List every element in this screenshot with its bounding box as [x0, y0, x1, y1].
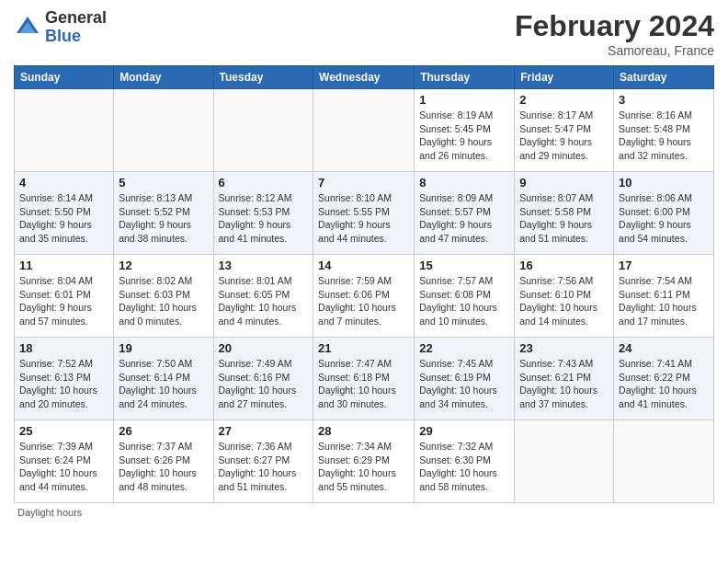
daylight-text: Daylight: 9 hours and 41 minutes.: [219, 218, 309, 245]
calendar-cell-w1-d3: [213, 89, 313, 172]
day-number: 22: [419, 341, 509, 355]
col-thursday: Thursday: [415, 66, 515, 89]
day-number: 15: [419, 259, 509, 272]
day-number: 17: [619, 259, 709, 272]
sunset-text: Sunset: 5:53 PM: [219, 205, 309, 219]
sunrise-text: Sunrise: 7:50 AM: [119, 357, 208, 371]
week-row-2: 4Sunrise: 8:14 AMSunset: 5:50 PMDaylight…: [15, 172, 714, 255]
sunrise-text: Sunrise: 8:10 AM: [318, 191, 409, 205]
day-number: 16: [519, 259, 609, 272]
day-info: Sunrise: 7:32 AMSunset: 6:30 PMDaylight:…: [419, 440, 509, 494]
calendar-cell-w5-d3: 27Sunrise: 7:36 AMSunset: 6:27 PMDayligh…: [213, 420, 313, 503]
sunrise-text: Sunrise: 7:54 AM: [619, 274, 709, 288]
col-wednesday: Wednesday: [313, 66, 415, 89]
sunset-text: Sunset: 6:06 PM: [318, 288, 409, 302]
col-tuesday: Tuesday: [213, 66, 313, 89]
day-info: Sunrise: 7:49 AMSunset: 6:16 PMDaylight:…: [219, 357, 309, 411]
header: General Blue February 2024 Samoreau, Fra…: [14, 9, 714, 58]
calendar-cell-w2-d5: 8Sunrise: 8:09 AMSunset: 5:57 PMDaylight…: [415, 172, 515, 255]
daylight-text: Daylight: 10 hours and 20 minutes.: [19, 384, 108, 410]
day-number: 27: [219, 424, 309, 438]
daylight-text: Daylight: 9 hours and 26 minutes.: [419, 135, 509, 162]
day-number: 14: [318, 259, 409, 272]
day-info: Sunrise: 8:10 AMSunset: 5:55 PMDaylight:…: [318, 191, 409, 246]
sunrise-text: Sunrise: 7:43 AM: [519, 357, 609, 371]
calendar-cell-w1-d6: 2Sunrise: 8:17 AMSunset: 5:47 PMDaylight…: [515, 89, 614, 172]
calendar-cell-w4-d4: 21Sunrise: 7:47 AMSunset: 6:18 PMDayligh…: [313, 338, 415, 420]
calendar-cell-w3-d6: 16Sunrise: 7:56 AMSunset: 6:10 PMDayligh…: [515, 255, 614, 338]
day-number: 3: [619, 93, 709, 107]
sunrise-text: Sunrise: 7:47 AM: [318, 357, 409, 371]
page: General Blue February 2024 Samoreau, Fra…: [0, 0, 728, 563]
day-info: Sunrise: 7:56 AMSunset: 6:10 PMDaylight:…: [519, 274, 609, 328]
calendar-cell-w5-d6: [515, 420, 614, 503]
day-number: 7: [318, 176, 409, 190]
day-info: Sunrise: 7:37 AMSunset: 6:26 PMDaylight:…: [119, 440, 208, 494]
day-number: 10: [619, 176, 709, 190]
sunrise-text: Sunrise: 8:06 AM: [619, 191, 709, 205]
daylight-text: Daylight: 9 hours and 35 minutes.: [19, 218, 108, 245]
calendar-cell-w4-d6: 23Sunrise: 7:43 AMSunset: 6:21 PMDayligh…: [515, 338, 614, 420]
daylight-text: Daylight: 10 hours and 44 minutes.: [19, 466, 108, 493]
day-number: 20: [219, 341, 309, 355]
sunrise-text: Sunrise: 7:45 AM: [419, 357, 509, 371]
sunset-text: Sunset: 5:47 PM: [519, 122, 609, 136]
daylight-text: Daylight: 9 hours and 54 minutes.: [619, 218, 709, 245]
day-info: Sunrise: 7:36 AMSunset: 6:27 PMDaylight:…: [219, 440, 309, 494]
day-info: Sunrise: 8:19 AMSunset: 5:45 PMDaylight:…: [419, 109, 509, 163]
sunset-text: Sunset: 6:26 PM: [119, 454, 208, 467]
day-info: Sunrise: 7:57 AMSunset: 6:08 PMDaylight:…: [419, 274, 509, 328]
sunrise-text: Sunrise: 8:19 AM: [419, 109, 509, 122]
calendar-cell-w4-d3: 20Sunrise: 7:49 AMSunset: 6:16 PMDayligh…: [213, 338, 313, 420]
calendar-cell-w3-d2: 12Sunrise: 8:02 AMSunset: 6:03 PMDayligh…: [114, 255, 213, 338]
calendar-cell-w1-d1: [15, 89, 114, 172]
day-info: Sunrise: 8:07 AMSunset: 5:58 PMDaylight:…: [519, 191, 609, 246]
day-info: Sunrise: 8:16 AMSunset: 5:48 PMDaylight:…: [619, 109, 709, 163]
day-number: 4: [19, 176, 108, 190]
sunset-text: Sunset: 6:27 PM: [219, 454, 309, 467]
sunrise-text: Sunrise: 8:12 AM: [219, 191, 309, 205]
day-info: Sunrise: 8:04 AMSunset: 6:01 PMDaylight:…: [19, 274, 108, 328]
daylight-text: Daylight: 9 hours and 51 minutes.: [519, 218, 609, 245]
week-row-4: 18Sunrise: 7:52 AMSunset: 6:13 PMDayligh…: [15, 338, 714, 420]
day-number: 19: [119, 341, 208, 355]
day-info: Sunrise: 8:12 AMSunset: 5:53 PMDaylight:…: [219, 191, 309, 246]
calendar-cell-w1-d4: [313, 89, 415, 172]
week-row-3: 11Sunrise: 8:04 AMSunset: 6:01 PMDayligh…: [15, 255, 714, 338]
day-info: Sunrise: 7:52 AMSunset: 6:13 PMDaylight:…: [19, 357, 108, 411]
sunrise-text: Sunrise: 7:36 AM: [219, 440, 309, 454]
col-sunday: Sunday: [15, 66, 114, 89]
day-info: Sunrise: 7:39 AMSunset: 6:24 PMDaylight:…: [19, 440, 108, 494]
day-info: Sunrise: 8:01 AMSunset: 6:05 PMDaylight:…: [219, 274, 309, 328]
calendar-cell-w1-d7: 3Sunrise: 8:16 AMSunset: 5:48 PMDaylight…: [614, 89, 714, 172]
sunset-text: Sunset: 5:55 PM: [318, 205, 409, 219]
sunrise-text: Sunrise: 8:17 AM: [519, 109, 609, 122]
day-number: 9: [519, 176, 609, 190]
day-number: 1: [419, 93, 509, 107]
calendar-cell-w3-d4: 14Sunrise: 7:59 AMSunset: 6:06 PMDayligh…: [313, 255, 415, 338]
daylight-text: Daylight: 10 hours and 14 minutes.: [519, 301, 609, 327]
sunset-text: Sunset: 5:50 PM: [19, 205, 108, 219]
day-info: Sunrise: 8:13 AMSunset: 5:52 PMDaylight:…: [119, 191, 208, 246]
sunset-text: Sunset: 6:19 PM: [419, 371, 509, 385]
daylight-text: Daylight: 10 hours and 51 minutes.: [219, 466, 309, 493]
daylight-text: Daylight: 10 hours and 17 minutes.: [619, 301, 709, 327]
calendar-cell-w3-d7: 17Sunrise: 7:54 AMSunset: 6:11 PMDayligh…: [614, 255, 714, 338]
week-row-5: 25Sunrise: 7:39 AMSunset: 6:24 PMDayligh…: [15, 420, 714, 503]
logo: General Blue: [14, 9, 107, 46]
day-number: 24: [619, 341, 709, 355]
sunset-text: Sunset: 6:29 PM: [318, 454, 409, 467]
sunrise-text: Sunrise: 7:49 AM: [219, 357, 309, 371]
calendar-cell-w5-d4: 28Sunrise: 7:34 AMSunset: 6:29 PMDayligh…: [313, 420, 415, 503]
day-info: Sunrise: 7:45 AMSunset: 6:19 PMDaylight:…: [419, 357, 509, 411]
calendar-cell-w4-d2: 19Sunrise: 7:50 AMSunset: 6:14 PMDayligh…: [114, 338, 213, 420]
day-info: Sunrise: 7:50 AMSunset: 6:14 PMDaylight:…: [119, 357, 208, 411]
daylight-text: Daylight: 10 hours and 37 minutes.: [519, 384, 609, 410]
calendar-cell-w3-d1: 11Sunrise: 8:04 AMSunset: 6:01 PMDayligh…: [15, 255, 114, 338]
sunrise-text: Sunrise: 8:02 AM: [119, 274, 208, 288]
day-info: Sunrise: 8:17 AMSunset: 5:47 PMDaylight:…: [519, 109, 609, 163]
daylight-text: Daylight: 10 hours and 10 minutes.: [419, 301, 509, 327]
sunrise-text: Sunrise: 7:57 AM: [419, 274, 509, 288]
sunrise-text: Sunrise: 8:13 AM: [119, 191, 208, 205]
sunset-text: Sunset: 5:58 PM: [519, 205, 609, 219]
